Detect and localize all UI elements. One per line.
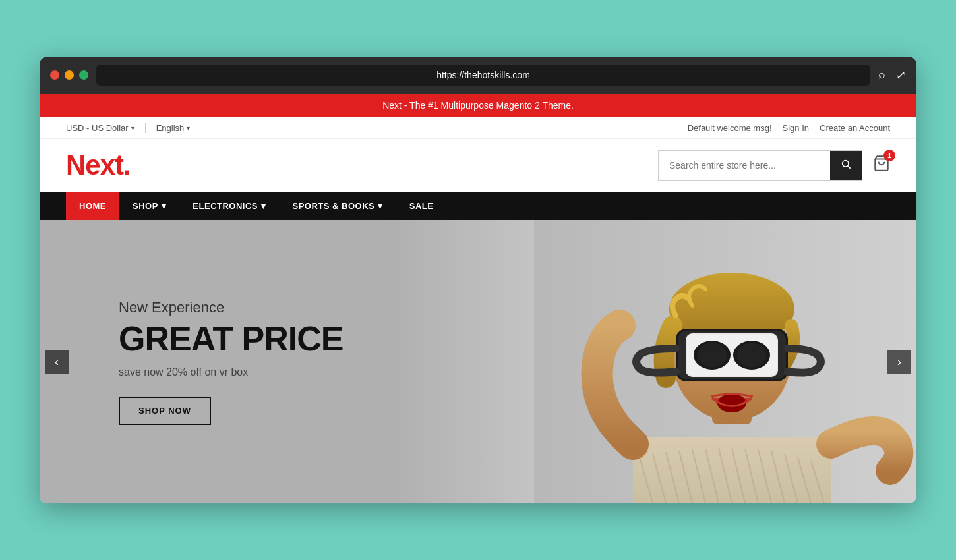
search-box (658, 150, 862, 181)
top-bar: USD - US Dollar ▾ English ▾ Default welc… (40, 117, 916, 139)
hero-subtitle: New Experience (119, 299, 344, 316)
welcome-text: Default welcome msg! (688, 123, 772, 133)
language-dropdown[interactable]: English ▾ (156, 123, 191, 133)
electronics-chevron-icon: ▾ (261, 201, 266, 211)
site-header: Next. (40, 139, 916, 192)
top-bar-right: Default welcome msg! Sign In Create an A… (688, 123, 890, 133)
browser-window: https://thehotskills.com ⌕ ⤢ Next - The … (40, 57, 916, 503)
nav-item-sports-books[interactable]: SPORTS & BOOKS ▾ (280, 192, 396, 220)
hero-section: New Experience GREAT PRICE save now 20% … (40, 220, 916, 503)
language-chevron-icon: ▾ (187, 125, 190, 132)
svg-point-16 (737, 343, 766, 367)
hero-title: GREAT PRICE (119, 322, 344, 356)
nav-label-sports-books: SPORTS & BOOKS (293, 201, 375, 211)
nav-label-electronics: ELECTRONICS (193, 201, 258, 211)
search-button[interactable] (830, 151, 862, 180)
logo-text: Next (66, 150, 123, 181)
top-bar-left: USD - US Dollar ▾ English ▾ (66, 123, 190, 133)
currency-chevron-icon: ▾ (131, 125, 134, 132)
nav-item-shop[interactable]: SHOP ▾ (119, 192, 179, 220)
main-nav: HOME SHOP ▾ ELECTRONICS ▾ SPORTS & BOOKS… (40, 192, 916, 220)
currency-label: USD - US Dollar (66, 123, 129, 133)
shop-chevron-icon: ▾ (162, 201, 167, 211)
logo-dot: . (123, 150, 131, 181)
create-account-link[interactable]: Create an Account (820, 123, 890, 133)
nav-item-electronics[interactable]: ELECTRONICS ▾ (179, 192, 279, 220)
hero-content: New Experience GREAT PRICE save now 20% … (40, 299, 344, 425)
search-icon[interactable]: ⌕ (878, 68, 885, 82)
top-banner: Next - The #1 Multipurpose Magento 2 The… (40, 94, 916, 117)
nav-label-sale: SALE (409, 201, 434, 211)
currency-dropdown[interactable]: USD - US Dollar ▾ (66, 123, 134, 133)
nav-label-shop: SHOP (133, 201, 158, 211)
nav-item-sale[interactable]: SALE (396, 192, 447, 220)
traffic-lights (50, 70, 88, 80)
cart-button[interactable]: 1 (873, 155, 890, 176)
url-text: https://thehotskills.com (436, 70, 530, 80)
address-bar[interactable]: https://thehotskills.com (96, 65, 870, 86)
sports-chevron-icon: ▾ (378, 201, 383, 211)
divider (145, 123, 146, 133)
traffic-light-yellow[interactable] (65, 70, 74, 80)
traffic-light-green[interactable] (79, 70, 88, 80)
hero-cta-button[interactable]: SHOP NOW (119, 397, 211, 425)
banner-text: Next - The #1 Multipurpose Magento 2 The… (382, 100, 574, 111)
carousel-next-button[interactable]: › (887, 350, 911, 374)
nav-label-home: HOME (79, 201, 106, 211)
search-icon (841, 159, 851, 169)
carousel-prev-button[interactable]: ‹ (45, 350, 69, 374)
svg-point-0 (843, 161, 849, 167)
search-input[interactable] (659, 151, 830, 180)
hero-description: save now 20% off on vr box (119, 366, 344, 378)
browser-icons: ⌕ ⤢ (878, 68, 906, 82)
language-label: English (156, 123, 185, 133)
prev-arrow-icon: ‹ (55, 355, 59, 369)
cart-badge: 1 (883, 150, 895, 161)
svg-point-15 (698, 343, 727, 367)
next-arrow-icon: › (897, 355, 901, 369)
svg-line-1 (848, 166, 851, 169)
site-logo[interactable]: Next. (66, 150, 131, 181)
traffic-light-red[interactable] (50, 70, 59, 80)
nav-item-home[interactable]: HOME (66, 192, 119, 220)
search-area: 1 (658, 150, 890, 181)
browser-chrome: https://thehotskills.com ⌕ ⤢ (40, 57, 916, 94)
hero-illustration (534, 220, 916, 503)
expand-icon[interactable]: ⤢ (896, 68, 906, 82)
website-content: Next - The #1 Multipurpose Magento 2 The… (40, 94, 916, 503)
sign-in-link[interactable]: Sign In (783, 123, 809, 133)
